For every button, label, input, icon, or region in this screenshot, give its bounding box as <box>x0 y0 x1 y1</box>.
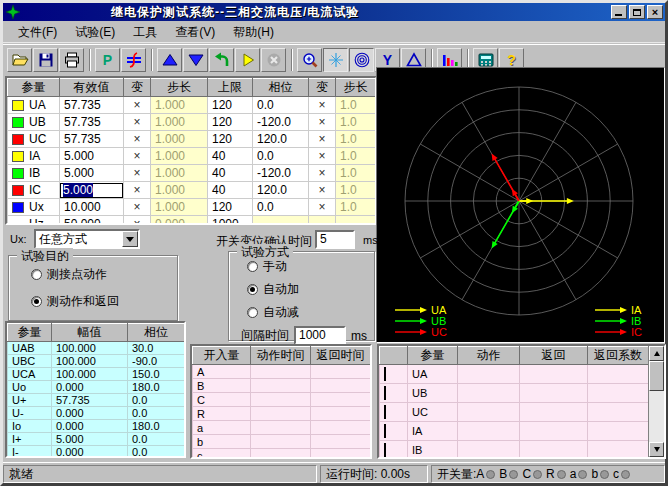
menu-item-4[interactable]: 帮助(H) <box>224 22 283 43</box>
toolbar-save-button[interactable] <box>33 48 58 72</box>
limit-cell[interactable]: 120 <box>208 199 253 216</box>
limit-cell[interactable]: 120 <box>208 97 253 114</box>
vary-toggle[interactable]: × <box>124 148 151 165</box>
phase-cell[interactable]: -120.0 <box>253 165 309 182</box>
phase-cell[interactable]: 120.0 <box>253 131 309 148</box>
select-checkbox[interactable] <box>384 424 386 438</box>
test-purpose-option-1[interactable]: 测动作和返回 <box>31 293 177 310</box>
select-checkbox[interactable] <box>384 405 386 419</box>
status-message: 就绪 <box>3 465 317 483</box>
color-swatch <box>12 202 24 213</box>
vary-toggle[interactable]: × <box>124 216 151 226</box>
toolbar-zoom-in-button[interactable] <box>297 48 322 72</box>
input-table-row: A <box>193 365 371 379</box>
vary-toggle[interactable]: × <box>124 131 151 148</box>
toolbar-show-axes-button[interactable] <box>323 48 348 72</box>
value-cell[interactable]: 5.000 <box>60 165 124 182</box>
select-checkbox[interactable] <box>384 367 386 381</box>
phase-cell[interactable]: 0.0 <box>253 97 309 114</box>
vary-toggle[interactable]: × <box>309 148 336 165</box>
vary-toggle[interactable]: × <box>309 182 336 199</box>
close-button[interactable]: × <box>647 5 663 19</box>
scroll-thumb[interactable] <box>649 361 664 391</box>
vary-toggle[interactable]: × <box>309 165 336 182</box>
limit-cell[interactable]: 1000 <box>208 216 253 226</box>
test-purpose-option-0[interactable]: 测接点动作 <box>31 266 177 283</box>
quantity-table: 参量有效值变步长上限相位变步长 UA 57.735 × 1.000 120 0.… <box>5 76 377 225</box>
binary-input-table: 开入量动作时间返回时间A B C R a b c <box>190 344 372 459</box>
derived-table-row: I+5.0000.0 <box>8 433 185 446</box>
limit-cell[interactable]: 40 <box>208 182 253 199</box>
limit-cell[interactable]: 120 <box>208 131 253 148</box>
test-mode-option-2[interactable]: 自动减 <box>247 304 374 321</box>
menu-item-0[interactable]: 文件(F) <box>9 22 66 43</box>
vary-toggle[interactable] <box>309 216 336 226</box>
vary-toggle[interactable]: × <box>124 165 151 182</box>
vary-toggle[interactable]: × <box>309 114 336 131</box>
value-cell[interactable]: 57.735 <box>60 97 124 114</box>
phase-cell[interactable] <box>253 216 309 226</box>
ux-mode-select[interactable]: 任意方式 <box>34 229 140 249</box>
toolbar-parameter-p-button[interactable]: P <box>95 48 120 72</box>
delta-letter-icon <box>405 52 423 68</box>
phase-cell[interactable]: 0.0 <box>253 199 309 216</box>
value-cell[interactable]: 57.735 <box>60 131 124 148</box>
result-table-row: UA <box>380 365 649 384</box>
vary-toggle[interactable]: × <box>124 97 151 114</box>
step-cell: 1.0 <box>336 97 376 114</box>
test-mode-option-1[interactable]: 自动加 <box>247 281 374 298</box>
phase-cell[interactable]: -120.0 <box>253 114 309 131</box>
menu-item-2[interactable]: 工具 <box>124 22 166 43</box>
value-cell[interactable]: 10.000 <box>60 199 124 216</box>
input-table-row: C <box>193 393 371 407</box>
scroll-up-button[interactable] <box>649 346 664 361</box>
phasor-diagram: UAUBUCIAIBIC <box>376 67 665 343</box>
toolbar-phase-sequence-button[interactable] <box>121 48 146 72</box>
switch-indicator-a: a <box>570 467 592 481</box>
result-table-scrollbar[interactable] <box>648 346 664 457</box>
value-cell[interactable]: 50.000 <box>60 216 124 226</box>
limit-cell[interactable]: 40 <box>208 165 253 182</box>
limit-cell[interactable]: 120 <box>208 114 253 131</box>
toolbar-step-up-button[interactable] <box>157 48 182 72</box>
menu-item-3[interactable]: 查看(V) <box>166 22 224 43</box>
toolbar-step-down-button[interactable] <box>183 48 208 72</box>
select-checkbox[interactable] <box>384 443 386 457</box>
confirm-time-input[interactable]: 5 <box>315 230 355 249</box>
step-cell: 1.000 <box>151 97 208 114</box>
result-table-header: 返回 <box>520 347 588 365</box>
toolbar-reset-button[interactable] <box>209 48 234 72</box>
maximize-button[interactable] <box>629 5 645 19</box>
vary-toggle[interactable]: × <box>124 182 151 199</box>
vary-toggle[interactable]: × <box>309 199 336 216</box>
main-table-header: 上限 <box>208 79 253 97</box>
phase-cell[interactable]: 0.0 <box>253 148 309 165</box>
value-cell[interactable]: 5.000 <box>60 148 124 165</box>
vary-toggle[interactable]: × <box>124 199 151 216</box>
derived-table-header: 幅值 <box>52 324 128 342</box>
toolbar-show-circles-button[interactable] <box>349 48 374 72</box>
toolbar-separator <box>151 49 153 71</box>
phase-cell[interactable]: 120.0 <box>253 182 309 199</box>
app-icon <box>5 5 21 19</box>
vary-toggle[interactable]: × <box>124 114 151 131</box>
step-cell: 1.0 <box>336 165 376 182</box>
vary-toggle[interactable]: × <box>309 131 336 148</box>
scroll-down-button[interactable] <box>649 442 664 457</box>
toolbar-stop-test-button[interactable] <box>261 48 286 72</box>
ux-mode-dropdown-button[interactable] <box>122 231 138 247</box>
vary-toggle[interactable]: × <box>309 97 336 114</box>
toolbar-start-test-button[interactable] <box>235 48 260 72</box>
minimize-button[interactable] <box>611 5 627 19</box>
value-cell[interactable]: 57.735 <box>60 114 124 131</box>
quantity-name: IA <box>408 422 458 441</box>
toolbar-print-button[interactable] <box>59 48 84 72</box>
arrow-up-icon <box>654 348 660 356</box>
select-checkbox[interactable] <box>384 386 386 400</box>
main-table-row: UA 57.735 × 1.000 120 0.0 × 1.0 <box>8 97 376 114</box>
value-cell[interactable]: 5.000 <box>60 182 124 199</box>
interval-input[interactable]: 1000 <box>294 326 346 345</box>
menu-item-1[interactable]: 试验(E) <box>66 22 124 43</box>
limit-cell[interactable]: 40 <box>208 148 253 165</box>
toolbar-open-button[interactable] <box>7 48 32 72</box>
